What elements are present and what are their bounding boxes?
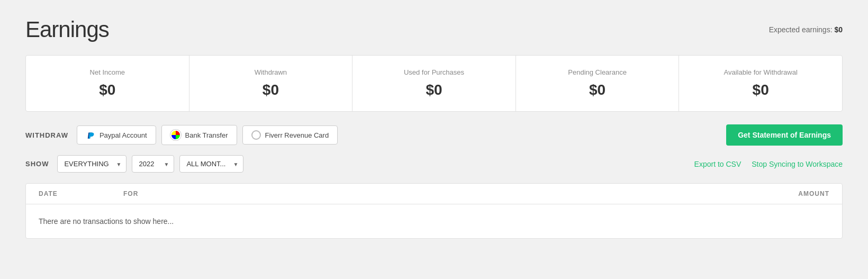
stat-available-withdrawal-value: $0 [688,82,834,98]
stop-syncing-button[interactable]: Stop Syncing to Workspace [752,160,843,168]
filter-everything-select[interactable]: EVERYTHING [57,155,126,173]
withdraw-label: WITHDRAW [25,131,68,139]
page-title: Earnings [25,17,109,42]
export-csv-button[interactable]: Export to CSV [694,160,742,168]
fiverr-revenue-card-button[interactable]: Fiverr Revenue Card [242,125,338,145]
bank-transfer-button[interactable]: Bank Transfer [161,125,237,145]
stat-withdrawn-label: Withdrawn [198,68,344,76]
paypal-account-button[interactable]: Paypal Account [77,125,156,145]
stat-pending-clearance-label: Pending Clearance [525,68,671,76]
withdraw-controls-row: WITHDRAW Paypal Account Bank Transfer Fi… [25,124,843,146]
show-row: SHOW EVERYTHING ▼ 2022 ▼ ALL MONT... ▼ E… [25,155,843,173]
get-statement-button[interactable]: Get Statement of Earnings [726,124,843,146]
show-right: Export to CSV Stop Syncing to Workspace [694,160,843,168]
stat-pending-clearance: Pending Clearance $0 [516,56,680,111]
stat-available-withdrawal: Available for Withdrawal $0 [679,56,842,111]
paypal-label: Paypal Account [100,131,147,139]
revenue-card-label: Fiverr Revenue Card [265,131,329,139]
col-date-header: DATE [39,190,123,197]
col-for-header: FOR [123,190,766,197]
withdraw-controls-right: Get Statement of Earnings [726,124,843,146]
stat-used-purchases-label: Used for Purchases [361,68,507,76]
stat-pending-clearance-value: $0 [525,82,671,98]
filter-month-select[interactable]: ALL MONT... [179,155,243,173]
stat-withdrawn: Withdrawn $0 [189,56,353,111]
filter-year-wrapper: 2022 ▼ [132,155,174,173]
col-amount-header: AMOUNT [766,190,829,197]
stat-used-purchases-value: $0 [361,82,507,98]
filter-year-select[interactable]: 2022 [132,155,174,173]
table-header: DATE FOR AMOUNT [26,184,842,204]
paypal-icon [86,130,95,140]
show-left: SHOW EVERYTHING ▼ 2022 ▼ ALL MONT... ▼ [25,155,243,173]
filter-everything-wrapper: EVERYTHING ▼ [57,155,126,173]
bank-transfer-icon [170,130,181,140]
show-label: SHOW [25,160,49,168]
stat-net-income-value: $0 [34,82,180,98]
stat-withdrawn-value: $0 [198,82,344,98]
stat-net-income-label: Net Income [34,68,180,76]
revenue-card-icon [251,130,261,140]
stats-card: Net Income $0 Withdrawn $0 Used for Purc… [25,55,843,112]
bank-transfer-label: Bank Transfer [185,131,228,139]
expected-earnings: Expected earnings: $0 [769,25,843,34]
filter-month-wrapper: ALL MONT... ▼ [179,155,243,173]
stat-used-purchases: Used for Purchases $0 [352,56,516,111]
empty-transactions-message: There are no transactions to show here..… [26,204,842,238]
stat-available-withdrawal-label: Available for Withdrawal [688,68,834,76]
stat-net-income: Net Income $0 [26,56,189,111]
transactions-table: DATE FOR AMOUNT There are no transaction… [25,183,843,239]
withdraw-controls-left: WITHDRAW Paypal Account Bank Transfer Fi… [25,125,338,145]
